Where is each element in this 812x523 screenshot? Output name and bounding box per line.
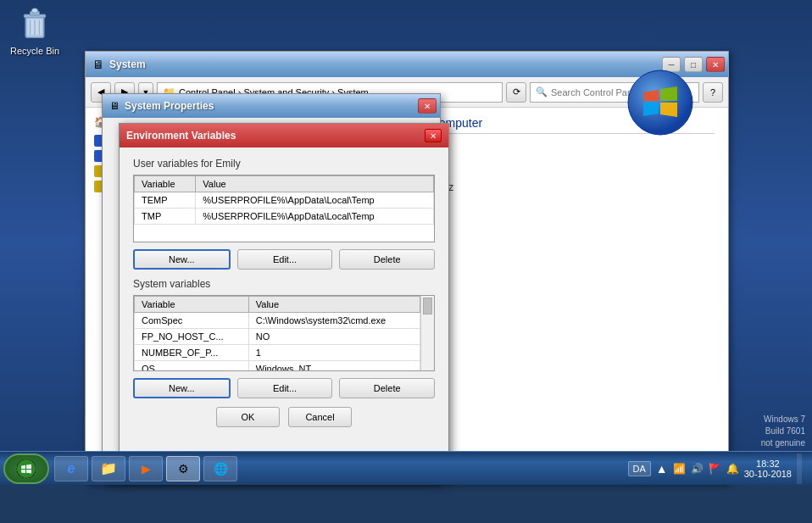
user-var-value: %USERPROFILE%\AppData\Local\Temp — [196, 209, 434, 225]
language-label: DA — [633, 464, 646, 474]
svg-rect-7 — [28, 19, 42, 35]
taskbar-network[interactable]: 🌐 — [203, 456, 237, 481]
envvar-titlebar: Environment Variables ✕ — [120, 124, 448, 147]
sys-edit-button[interactable]: Edit... — [237, 378, 333, 398]
cp-close-button[interactable]: ✕ — [706, 57, 725, 72]
scrollbar-thumb[interactable] — [423, 298, 432, 314]
taskbar: e 📁 ▶ ⚙ 🌐 DA ▲ 📶 🔊 🚩 🔔 18:32 30-10-2018 — [0, 451, 812, 485]
user-col-value: Value — [196, 176, 434, 192]
minimize-icon: ─ — [668, 60, 674, 70]
cancel-button[interactable]: Cancel — [288, 407, 352, 427]
user-var-row[interactable]: TEMP%USERPROFILE%\AppData\Local\Temp — [135, 192, 434, 209]
desktop: Recycle Bin 🖥 System ─ □ ✕ ◀ — [0, 0, 812, 485]
build-line2: Build 7601 — [761, 426, 805, 437]
user-delete-button[interactable]: Delete — [339, 249, 435, 270]
network-icon: 🌐 — [214, 462, 228, 476]
user-variables-table: Variable Value TEMP%USERPROFILE%\AppData… — [134, 175, 434, 225]
user-variables-table-container[interactable]: Variable Value TEMP%USERPROFILE%\AppData… — [133, 175, 435, 242]
user-edit-button[interactable]: Edit... — [237, 249, 333, 270]
ok-button[interactable]: OK — [216, 407, 280, 427]
sys-var-row[interactable]: NUMBER_OF_P...1 — [135, 345, 420, 361]
user-buttons-row: New... Edit... Delete — [133, 249, 435, 270]
recycle-bin-icon — [14, 3, 55, 44]
help-button[interactable]: ? — [703, 82, 723, 103]
sys-var-name: NUMBER_OF_P... — [135, 345, 249, 361]
user-variables-label: User variables for Emily — [133, 158, 435, 170]
sys-var-name: ComSpec — [135, 313, 249, 329]
refresh-button[interactable]: ⟳ — [506, 82, 526, 103]
taskbar-explorer[interactable]: 📁 — [92, 456, 125, 481]
user-var-value: %USERPROFILE%\AppData\Local\Temp — [196, 192, 434, 209]
sys-var-name: OS — [135, 361, 249, 372]
close-icon-sysprop: ✕ — [424, 102, 431, 111]
svg-point-6 — [31, 8, 37, 13]
user-var-row[interactable]: TMP%USERPROFILE%\AppData\Local\Temp — [135, 209, 434, 225]
sys-var-value: NO — [248, 329, 420, 345]
sys-var-row[interactable]: OSWindows_NT — [135, 361, 420, 372]
system-variables-table-container[interactable]: Variable Value ComSpecC:\Windows\system3… — [133, 295, 435, 371]
system-variables-label: System variables — [133, 278, 435, 290]
sysprop-titlebar[interactable]: 🖥 System Properties ✕ — [103, 94, 440, 118]
sys-col-value: Value — [248, 297, 420, 313]
envvar-body: User variables for Emily Variable Value … — [120, 147, 448, 437]
taskbar-ie[interactable]: e — [54, 456, 88, 481]
envvar-title: Environment Variables — [126, 130, 425, 142]
build-line3: not genuine — [761, 437, 805, 449]
start-button[interactable] — [3, 453, 49, 484]
close-icon: ✕ — [712, 60, 719, 70]
clock-date: 30-10-2018 — [744, 469, 792, 479]
sys-var-name: FP_NO_HOST_C... — [135, 329, 249, 345]
recycle-bin-label: Recycle Bin — [3, 46, 66, 56]
sys-var-value: C:\Windows\system32\cmd.exe — [248, 313, 420, 329]
scrollbar[interactable] — [420, 296, 434, 370]
sound-icon[interactable]: 🔔 — [726, 463, 739, 475]
media-icon: ▶ — [142, 462, 151, 476]
language-button[interactable]: DA — [628, 461, 651, 476]
maximize-icon: □ — [691, 60, 696, 70]
sys-var-row[interactable]: ComSpecC:\Windows\system32\cmd.exe — [135, 313, 420, 329]
sys-new-button[interactable]: New... — [133, 378, 231, 398]
user-var-name: TEMP — [135, 192, 196, 209]
ie-icon: e — [68, 461, 75, 476]
sys-col-variable: Variable — [135, 297, 249, 313]
taskbar-media[interactable]: ▶ — [129, 456, 163, 481]
close-icon-envvar: ✕ — [430, 131, 437, 141]
network-systray-icon[interactable]: 📶 — [673, 463, 686, 475]
refresh-icon: ⟳ — [513, 86, 520, 97]
sys-var-value: 1 — [248, 345, 420, 361]
taskbar-right: DA ▲ 📶 🔊 🚩 🔔 18:32 30-10-2018 — [628, 453, 809, 484]
sys-delete-button[interactable]: Delete — [339, 378, 435, 398]
volume-icon[interactable]: 🔊 — [691, 463, 704, 475]
user-new-button[interactable]: New... — [133, 249, 231, 270]
sysprop-close-button[interactable]: ✕ — [418, 98, 437, 114]
cp-icon: ⚙ — [178, 462, 189, 476]
show-desktop-button[interactable] — [797, 453, 802, 484]
taskbar-cp[interactable]: ⚙ — [166, 456, 200, 481]
clock-time: 18:32 — [744, 459, 792, 469]
envvar-dialog: Environment Variables ✕ User variables f… — [119, 123, 449, 479]
system-buttons-row: New... Edit... Delete — [133, 378, 435, 398]
envvar-close-button[interactable]: ✕ — [425, 129, 442, 142]
user-col-variable: Variable — [135, 176, 196, 192]
windows-logo — [626, 108, 694, 136]
system-variables-table: Variable Value ComSpecC:\Windows\system3… — [134, 296, 420, 371]
recycle-bin[interactable]: Recycle Bin — [3, 3, 66, 56]
search-icon: 🔍 — [536, 86, 548, 97]
build-line1: Windows 7 — [761, 414, 805, 426]
sys-var-row[interactable]: FP_NO_HOST_C...NO — [135, 329, 420, 345]
sys-var-value: Windows_NT — [248, 361, 420, 372]
clock[interactable]: 18:32 30-10-2018 — [744, 459, 792, 479]
notify-icon[interactable]: ▲ — [656, 462, 668, 476]
user-var-name: TMP — [135, 209, 196, 225]
explorer-icon: 📁 — [100, 460, 117, 476]
sysprop-title: System Properties — [125, 100, 433, 112]
ok-cancel-row: OK Cancel — [133, 407, 435, 427]
win-build: Windows 7 Build 7601 not genuine — [761, 414, 805, 449]
action-center-icon[interactable]: 🚩 — [709, 463, 721, 475]
